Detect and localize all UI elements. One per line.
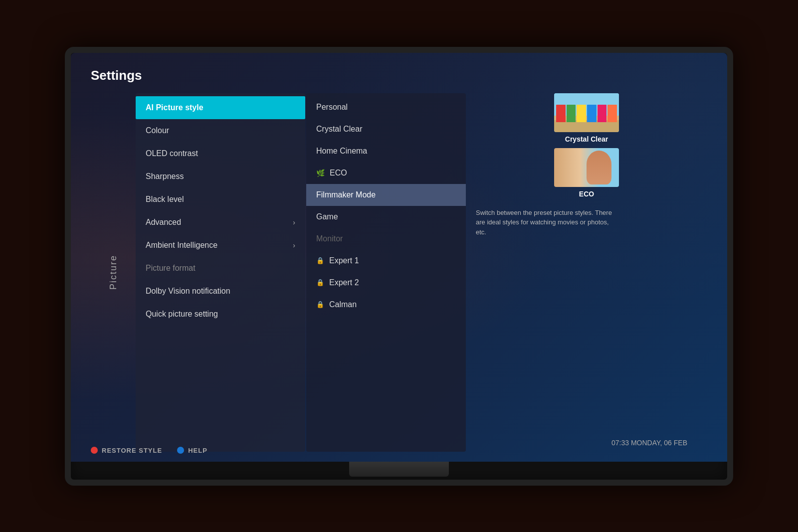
chevron-icon: ›: [293, 218, 295, 226]
submenu-item-home-cinema[interactable]: Home Cinema: [306, 140, 466, 162]
bottom-bar: RESTORE STYLE HELP 07:33 MONDAY, 06 FEB: [91, 447, 707, 454]
bottom-controls: RESTORE STYLE HELP: [91, 447, 207, 454]
crystal-clear-thumbnail: [554, 93, 619, 132]
hut-2: [567, 105, 576, 122]
submenu-item-expert1[interactable]: 🔒 Expert 1: [306, 250, 466, 272]
submenu-item-eco[interactable]: 🌿 ECO: [306, 162, 466, 184]
lock-icon: 🔒: [316, 301, 324, 308]
hut-3: [577, 105, 586, 122]
restore-style-control[interactable]: RESTORE STYLE: [91, 447, 162, 454]
eco-figure: [587, 151, 611, 184]
hut-4: [587, 105, 597, 122]
eco-icon: 🌿: [316, 169, 325, 177]
lock-icon: 🔒: [316, 279, 324, 286]
red-button-icon: [91, 447, 98, 454]
submenu-item-crystal-clear[interactable]: Crystal Clear: [306, 118, 466, 140]
lock-icon: 🔒: [316, 257, 324, 264]
menu-item-advanced[interactable]: Advanced ›: [136, 211, 305, 234]
submenu-item-calman[interactable]: 🔒 Calman: [306, 294, 466, 316]
eco-thumbnail: [554, 148, 619, 187]
preview-card-eco: ECO: [476, 148, 697, 198]
datetime: 07:33 MONDAY, 06 FEB: [611, 439, 687, 447]
menu-item-sharpness[interactable]: Sharpness: [136, 165, 305, 188]
help-control[interactable]: HELP: [177, 447, 207, 454]
preview-panel: Crystal Clear ECO Switch between the pre…: [466, 93, 707, 452]
beach-huts: [556, 105, 617, 122]
tv-frame: Settings Picture AI Picture style Colour…: [65, 47, 733, 486]
submenu-column: Personal Crystal Clear Home Cinema 🌿 ECO…: [306, 93, 466, 452]
hut-6: [607, 105, 617, 122]
menu-item-quick-picture-setting[interactable]: Quick picture setting: [136, 303, 305, 326]
menu-item-oled-contrast[interactable]: OLED contrast: [136, 142, 305, 165]
tv-stand: [349, 462, 449, 477]
menu-column: AI Picture style Colour OLED contrast Sh…: [136, 93, 305, 452]
hut-1: [556, 105, 566, 122]
submenu-item-personal[interactable]: Personal: [306, 96, 466, 118]
sidebar-category: Picture: [91, 93, 136, 452]
preview-description: Switch between the preset picture styles…: [476, 208, 615, 237]
settings-body: Picture AI Picture style Colour OLED con…: [91, 93, 707, 452]
tv-screen: Settings Picture AI Picture style Colour…: [71, 53, 727, 462]
submenu-item-expert2[interactable]: 🔒 Expert 2: [306, 272, 466, 294]
eco-label: ECO: [579, 190, 594, 198]
settings-title: Settings: [91, 68, 707, 83]
sidebar-label: Picture: [108, 255, 119, 290]
menu-item-black-level[interactable]: Black level: [136, 188, 305, 211]
menu-item-ambient-intelligence[interactable]: Ambient Intelligence ›: [136, 234, 305, 257]
submenu-item-monitor[interactable]: Monitor: [306, 228, 466, 250]
settings-container: Settings Picture AI Picture style Colour…: [71, 53, 727, 462]
chevron-icon: ›: [293, 241, 295, 249]
menu-item-picture-format[interactable]: Picture format: [136, 257, 305, 280]
help-label: HELP: [188, 447, 207, 454]
crystal-clear-label: Crystal Clear: [565, 135, 608, 143]
restore-style-label: RESTORE STYLE: [102, 447, 162, 454]
submenu-item-filmmaker-mode[interactable]: Filmmaker Mode: [306, 184, 466, 206]
hut-5: [598, 105, 607, 122]
menu-item-dolby-vision-notification[interactable]: Dolby Vision notification: [136, 280, 305, 303]
preview-card-crystal-clear: Crystal Clear: [476, 93, 697, 143]
menu-item-colour[interactable]: Colour: [136, 119, 305, 142]
blue-button-icon: [177, 447, 184, 454]
submenu-item-game[interactable]: Game: [306, 206, 466, 228]
menu-item-ai-picture-style[interactable]: AI Picture style: [136, 96, 305, 119]
